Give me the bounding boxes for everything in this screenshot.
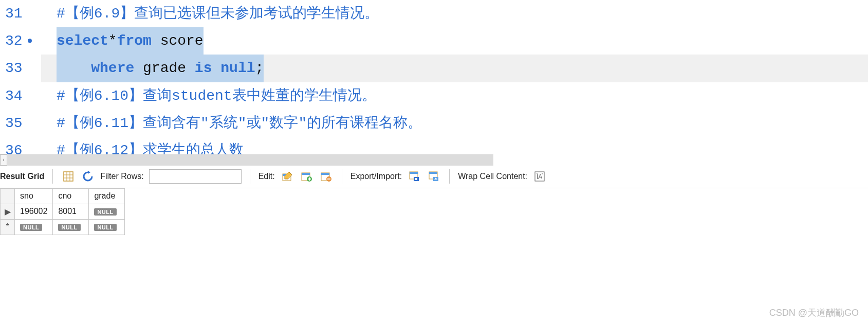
filter-rows-input[interactable] — [149, 169, 242, 184]
export-import-label: Export/Import: — [350, 172, 402, 181]
null-badge: NULL — [58, 224, 80, 231]
editor-horizontal-scrollbar[interactable]: ‹ — [0, 154, 493, 166]
toolbar-separator — [449, 169, 450, 184]
export-icon[interactable] — [407, 169, 421, 184]
code-line[interactable]: 35#【例6.11】查询含有"系统"或"数字"的所有课程名称。 — [0, 110, 868, 137]
row-marker[interactable]: ▶ — [1, 204, 15, 219]
grid-header-row: snocnograde — [1, 188, 125, 204]
code-content[interactable]: select*from score — [41, 27, 868, 55]
line-number: 33 — [0, 55, 41, 82]
column-header[interactable]: sno — [15, 188, 53, 204]
toolbar-separator — [342, 169, 342, 184]
code-line[interactable]: 31#【例6.9】查询已选课但未参加考试的学生情况。 — [0, 0, 868, 27]
code-content[interactable]: where grade is null; — [41, 55, 868, 82]
scroll-left-cap: ‹ — [0, 154, 7, 166]
wrap-cell-label: Wrap Cell Content: — [458, 172, 527, 181]
grid-corner — [1, 188, 15, 204]
svg-rect-0 — [64, 172, 73, 181]
svg-rect-22 — [429, 172, 437, 174]
code-line[interactable]: 36#【例6.12】求学生的总人数 — [0, 137, 868, 154]
null-badge: NULL — [94, 208, 116, 216]
watermark-text: CSDN @天道酬勤GO — [769, 307, 859, 319]
result-grid-table[interactable]: snocnograde▶1960028001NULL*NULLNULLNULL — [0, 188, 125, 235]
toolbar-separator — [250, 169, 250, 184]
result-grid-icon[interactable] — [61, 169, 76, 184]
filter-rows-label: Filter Rows: — [100, 172, 143, 181]
code-content[interactable]: #【例6.9】查询已选课但未参加考试的学生情况。 — [41, 0, 868, 27]
line-number: 36 — [0, 137, 41, 154]
grid-cell[interactable]: NULL — [89, 219, 125, 235]
grid-cell[interactable]: NULL — [15, 219, 53, 235]
grid-cell[interactable]: NULL — [53, 219, 89, 235]
row-marker[interactable]: * — [1, 219, 15, 235]
toolbar-separator — [52, 169, 53, 184]
null-badge: NULL — [20, 224, 42, 231]
line-number: 35 — [0, 110, 41, 137]
code-content[interactable]: #【例6.10】查询student表中姓董的学生情况。 — [41, 82, 868, 110]
results-toolbar: Result Grid Filter Rows: Edit: Export/Im… — [0, 166, 868, 188]
statement-marker-icon — [28, 39, 32, 43]
result-grid-label: Result Grid — [0, 172, 44, 181]
refresh-icon[interactable] — [81, 169, 95, 184]
line-number: 32 — [0, 27, 41, 55]
code-line[interactable]: 33 where grade is null; — [0, 55, 868, 82]
table-row[interactable]: *NULLNULLNULL — [1, 219, 125, 235]
code-line[interactable]: 32select*from score — [0, 27, 868, 55]
code-line[interactable]: 34#【例6.10】查询student表中姓董的学生情况。 — [0, 82, 868, 110]
svg-text:IA: IA — [537, 173, 542, 181]
add-row-icon[interactable] — [300, 169, 314, 184]
code-content[interactable]: #【例6.12】求学生的总人数 — [41, 137, 868, 154]
wrap-cell-icon[interactable]: IA — [532, 169, 547, 184]
line-number: 34 — [0, 82, 41, 110]
grid-cell[interactable]: 196002 — [15, 204, 53, 219]
column-header[interactable]: grade — [89, 188, 125, 204]
table-row[interactable]: ▶1960028001NULL — [1, 204, 125, 219]
grid-cell[interactable]: NULL — [89, 204, 125, 219]
code-content[interactable]: #【例6.11】查询含有"系统"或"数字"的所有课程名称。 — [41, 110, 868, 137]
edit-label: Edit: — [258, 172, 275, 181]
svg-marker-5 — [88, 171, 90, 174]
null-badge: NULL — [94, 224, 116, 231]
svg-rect-18 — [410, 172, 418, 174]
svg-rect-20 — [415, 178, 417, 180]
svg-rect-14 — [321, 173, 329, 175]
delete-row-icon[interactable] — [319, 169, 334, 184]
line-number: 31 — [0, 0, 41, 27]
grid-cell[interactable]: 8001 — [53, 204, 89, 219]
edit-row-icon[interactable] — [280, 169, 294, 184]
column-header[interactable]: cno — [53, 188, 89, 204]
import-icon[interactable] — [427, 169, 441, 184]
svg-rect-9 — [302, 173, 310, 175]
sql-editor[interactable]: 31#【例6.9】查询已选课但未参加考试的学生情况。32select*from … — [0, 0, 868, 154]
